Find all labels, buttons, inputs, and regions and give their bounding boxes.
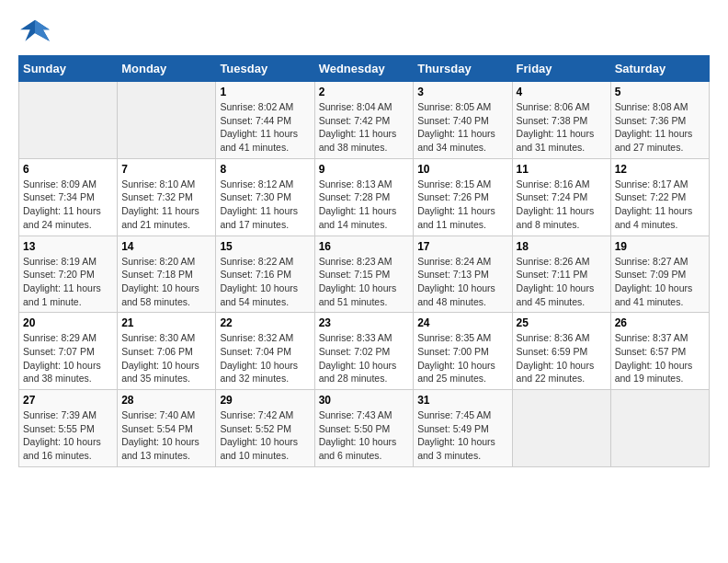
svg-marker-1	[35, 20, 50, 41]
calendar-cell: 15Sunrise: 8:22 AM Sunset: 7:16 PM Dayli…	[216, 236, 314, 313]
header-thursday: Thursday	[414, 56, 512, 82]
calendar-cell: 27Sunrise: 7:39 AM Sunset: 5:55 PM Dayli…	[19, 390, 118, 467]
week-row-1: 1Sunrise: 8:02 AM Sunset: 7:44 PM Daylig…	[19, 82, 710, 159]
day-info: Sunrise: 7:42 AM Sunset: 5:52 PM Dayligh…	[220, 408, 310, 463]
day-number: 4	[517, 86, 607, 98]
day-info: Sunrise: 8:26 AM Sunset: 7:11 PM Dayligh…	[517, 255, 607, 309]
calendar-cell: 21Sunrise: 8:30 AM Sunset: 7:06 PM Dayli…	[118, 313, 216, 390]
calendar-cell: 23Sunrise: 8:33 AM Sunset: 7:02 PM Dayli…	[314, 313, 414, 390]
day-info: Sunrise: 8:22 AM Sunset: 7:16 PM Dayligh…	[220, 255, 310, 309]
day-info: Sunrise: 8:35 AM Sunset: 7:00 PM Dayligh…	[417, 331, 507, 385]
day-number: 20	[23, 316, 113, 329]
calendar-cell	[512, 390, 610, 467]
day-number: 16	[319, 240, 410, 253]
day-info: Sunrise: 8:13 AM Sunset: 7:28 PM Dayligh…	[319, 178, 410, 232]
calendar-cell: 3Sunrise: 8:05 AM Sunset: 7:40 PM Daylig…	[414, 82, 512, 159]
day-number: 17	[417, 240, 507, 253]
day-info: Sunrise: 8:33 AM Sunset: 7:02 PM Dayligh…	[319, 331, 410, 385]
day-info: Sunrise: 8:20 AM Sunset: 7:18 PM Dayligh…	[121, 255, 211, 309]
day-number: 26	[615, 316, 705, 329]
day-info: Sunrise: 8:27 AM Sunset: 7:09 PM Dayligh…	[615, 255, 705, 309]
calendar-cell: 11Sunrise: 8:16 AM Sunset: 7:24 PM Dayli…	[512, 158, 610, 236]
day-number: 5	[615, 86, 705, 98]
day-info: Sunrise: 8:17 AM Sunset: 7:22 PM Dayligh…	[615, 178, 705, 232]
calendar-cell: 24Sunrise: 8:35 AM Sunset: 7:00 PM Dayli…	[414, 313, 512, 390]
day-info: Sunrise: 8:06 AM Sunset: 7:38 PM Dayligh…	[517, 100, 607, 155]
day-number: 24	[417, 316, 507, 329]
day-number: 6	[23, 163, 113, 176]
day-number: 25	[517, 316, 607, 329]
day-number: 23	[319, 316, 410, 329]
calendar-cell: 25Sunrise: 8:36 AM Sunset: 6:59 PM Dayli…	[512, 313, 610, 390]
day-info: Sunrise: 8:08 AM Sunset: 7:36 PM Dayligh…	[615, 100, 705, 155]
day-info: Sunrise: 8:32 AM Sunset: 7:04 PM Dayligh…	[220, 331, 310, 385]
day-number: 9	[319, 163, 410, 176]
calendar-cell	[610, 390, 709, 467]
calendar-header-row: SundayMondayTuesdayWednesdayThursdayFrid…	[19, 56, 710, 82]
week-row-4: 20Sunrise: 8:29 AM Sunset: 7:07 PM Dayli…	[19, 313, 710, 390]
day-info: Sunrise: 8:02 AM Sunset: 7:44 PM Dayligh…	[220, 100, 310, 155]
logo	[18, 18, 57, 46]
day-number: 7	[121, 163, 211, 176]
header-wednesday: Wednesday	[314, 56, 414, 82]
day-info: Sunrise: 8:16 AM Sunset: 7:24 PM Dayligh…	[517, 178, 607, 232]
day-number: 13	[23, 240, 113, 253]
day-info: Sunrise: 8:12 AM Sunset: 7:30 PM Dayligh…	[220, 178, 310, 232]
calendar-cell: 29Sunrise: 7:42 AM Sunset: 5:52 PM Dayli…	[216, 390, 314, 467]
week-row-3: 13Sunrise: 8:19 AM Sunset: 7:20 PM Dayli…	[19, 236, 710, 313]
week-row-2: 6Sunrise: 8:09 AM Sunset: 7:34 PM Daylig…	[19, 158, 710, 236]
header-saturday: Saturday	[610, 56, 709, 82]
day-number: 1	[220, 86, 310, 98]
day-info: Sunrise: 8:24 AM Sunset: 7:13 PM Dayligh…	[417, 255, 507, 309]
calendar-cell: 18Sunrise: 8:26 AM Sunset: 7:11 PM Dayli…	[512, 236, 610, 313]
day-number: 21	[121, 316, 211, 329]
calendar-cell: 22Sunrise: 8:32 AM Sunset: 7:04 PM Dayli…	[216, 313, 314, 390]
day-info: Sunrise: 8:10 AM Sunset: 7:32 PM Dayligh…	[121, 178, 211, 232]
day-info: Sunrise: 8:05 AM Sunset: 7:40 PM Dayligh…	[417, 100, 507, 155]
day-number: 10	[417, 163, 507, 176]
day-number: 31	[417, 394, 507, 407]
calendar-cell	[19, 82, 118, 159]
header-friday: Friday	[512, 56, 610, 82]
day-info: Sunrise: 7:39 AM Sunset: 5:55 PM Dayligh…	[23, 408, 113, 463]
day-info: Sunrise: 7:40 AM Sunset: 5:54 PM Dayligh…	[121, 408, 211, 463]
calendar-cell: 20Sunrise: 8:29 AM Sunset: 7:07 PM Dayli…	[19, 313, 118, 390]
day-number: 27	[23, 394, 113, 407]
calendar-cell: 14Sunrise: 8:20 AM Sunset: 7:18 PM Dayli…	[118, 236, 216, 313]
calendar-cell: 17Sunrise: 8:24 AM Sunset: 7:13 PM Dayli…	[414, 236, 512, 313]
calendar-cell	[118, 82, 216, 159]
day-number: 15	[220, 240, 310, 253]
calendar-cell: 2Sunrise: 8:04 AM Sunset: 7:42 PM Daylig…	[314, 82, 414, 159]
calendar-cell: 28Sunrise: 7:40 AM Sunset: 5:54 PM Dayli…	[118, 390, 216, 467]
day-number: 14	[121, 240, 211, 253]
calendar-cell: 30Sunrise: 7:43 AM Sunset: 5:50 PM Dayli…	[314, 390, 414, 467]
calendar-cell: 26Sunrise: 8:37 AM Sunset: 6:57 PM Dayli…	[610, 313, 709, 390]
day-info: Sunrise: 7:43 AM Sunset: 5:50 PM Dayligh…	[319, 408, 410, 463]
day-info: Sunrise: 8:29 AM Sunset: 7:07 PM Dayligh…	[23, 331, 113, 385]
day-info: Sunrise: 8:09 AM Sunset: 7:34 PM Dayligh…	[23, 178, 113, 232]
calendar-cell: 19Sunrise: 8:27 AM Sunset: 7:09 PM Dayli…	[610, 236, 709, 313]
day-number: 2	[319, 86, 410, 98]
calendar-cell: 6Sunrise: 8:09 AM Sunset: 7:34 PM Daylig…	[19, 158, 118, 236]
day-info: Sunrise: 8:15 AM Sunset: 7:26 PM Dayligh…	[417, 178, 507, 232]
day-number: 19	[615, 240, 705, 253]
calendar-cell: 1Sunrise: 8:02 AM Sunset: 7:44 PM Daylig…	[216, 82, 314, 159]
calendar-cell: 31Sunrise: 7:45 AM Sunset: 5:49 PM Dayli…	[414, 390, 512, 467]
day-info: Sunrise: 8:19 AM Sunset: 7:20 PM Dayligh…	[23, 255, 113, 309]
calendar-cell: 16Sunrise: 8:23 AM Sunset: 7:15 PM Dayli…	[314, 236, 414, 313]
day-number: 8	[220, 163, 310, 176]
calendar-cell: 5Sunrise: 8:08 AM Sunset: 7:36 PM Daylig…	[610, 82, 709, 159]
day-number: 30	[319, 394, 410, 407]
calendar-cell: 13Sunrise: 8:19 AM Sunset: 7:20 PM Dayli…	[19, 236, 118, 313]
day-number: 3	[417, 86, 507, 98]
day-info: Sunrise: 8:04 AM Sunset: 7:42 PM Dayligh…	[319, 100, 410, 155]
day-number: 18	[517, 240, 607, 253]
day-number: 22	[220, 316, 310, 329]
day-info: Sunrise: 8:36 AM Sunset: 6:59 PM Dayligh…	[517, 331, 607, 385]
logo-icon	[18, 18, 51, 46]
calendar-cell: 10Sunrise: 8:15 AM Sunset: 7:26 PM Dayli…	[414, 158, 512, 236]
header-sunday: Sunday	[19, 56, 118, 82]
page-header	[18, 18, 710, 46]
calendar-cell: 12Sunrise: 8:17 AM Sunset: 7:22 PM Dayli…	[610, 158, 709, 236]
day-number: 12	[615, 163, 705, 176]
